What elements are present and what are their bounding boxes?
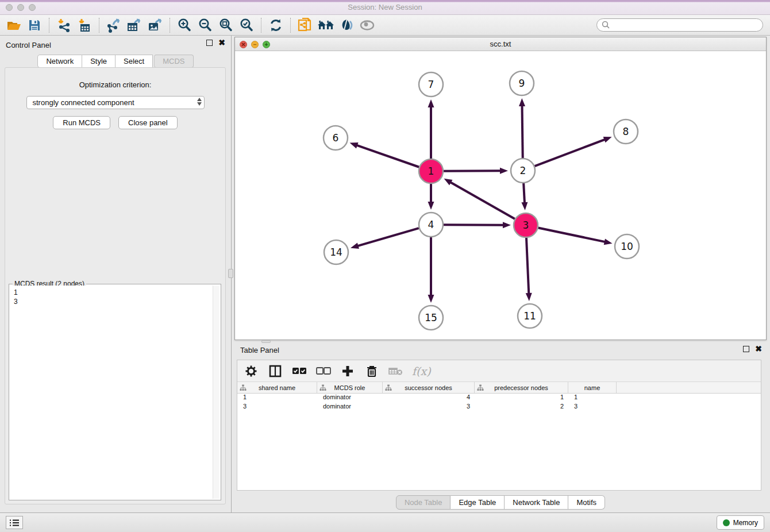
graph-node-15[interactable]: 15 [419,306,443,330]
mcds-panel: Optimization criterion: strongly connect… [5,67,226,504]
column-header-label: predecessor nodes [494,384,548,391]
edge-3-10[interactable] [538,228,606,242]
edge-2-8[interactable] [535,139,606,166]
edge-3-11[interactable] [526,238,529,295]
apply-style-button[interactable] [336,16,357,34]
graph-node-1[interactable]: 1 [419,159,443,183]
close-table-panel-icon[interactable]: ✖ [755,346,762,352]
save-session-button[interactable] [24,16,45,34]
zoom-fit-button[interactable] [215,16,236,34]
zoom-selected-button[interactable] [236,16,257,34]
edge-1-2[interactable] [444,171,502,171]
table-cell[interactable]: 3 [383,403,475,412]
table-cell[interactable]: 1 [475,394,568,403]
tab-mcds[interactable]: MCDS [154,55,193,68]
table-cell[interactable]: dominator [317,403,383,412]
list-icon [9,519,20,527]
deselect-all-columns-button[interactable] [315,363,332,379]
tab-edge-table[interactable]: Edge Table [451,495,505,510]
mcds-result-text[interactable]: 1 3 [10,286,220,499]
criterion-select[interactable]: strongly connected component [26,96,205,109]
graph-node-6[interactable]: 6 [324,126,348,150]
table-cell[interactable]: dominator [317,394,383,403]
edge-4-14[interactable] [357,228,419,246]
memory-button[interactable]: Memory [717,515,764,530]
delete-table-button[interactable] [388,363,404,379]
show-panel-list-button[interactable] [6,516,23,529]
edge-4-3[interactable] [444,225,505,225]
edge-arrow-icon [603,137,612,142]
export-table-button[interactable] [124,16,145,34]
delete-row-button[interactable] [364,363,380,379]
edge-2-3[interactable] [523,183,525,204]
add-row-button[interactable] [340,363,356,379]
table-cell[interactable]: 1 [237,394,317,403]
column-header-mcds-role[interactable]: MCDS role [317,382,383,393]
tab-network-table[interactable]: Network Table [505,495,568,510]
table-row[interactable]: 3dominator323 [237,403,761,412]
svg-text:8: 8 [623,126,629,137]
graph-node-3[interactable]: 3 [514,213,538,237]
zoom-in-button[interactable] [174,16,195,34]
refresh-view-button[interactable] [265,16,286,34]
tab-network[interactable]: Network [37,55,82,68]
apply-layout-button[interactable] [315,16,336,34]
table-cell[interactable]: 1 [568,394,617,403]
show-hide-details-button[interactable] [357,16,378,34]
tab-node-table[interactable]: Node Table [396,495,451,510]
tab-select[interactable]: Select [116,55,153,68]
network-window-titlebar[interactable]: ✕ – + scc.txt [235,37,766,51]
edge-2-9[interactable] [522,105,522,158]
network-from-file-button[interactable] [295,16,315,34]
table-cell[interactable]: 4 [383,394,475,403]
column-type-icon [240,384,247,391]
run-mcds-button[interactable]: Run MCDS [53,116,110,129]
column-header-name[interactable]: name [568,382,617,393]
home-houses-icon [317,18,335,32]
tab-style[interactable]: Style [82,55,116,68]
import-network-button[interactable] [53,16,74,34]
open-folder-icon [6,18,21,32]
float-table-panel-icon[interactable] [743,346,749,352]
network-file-icon [297,17,313,33]
graph-node-11[interactable]: 11 [518,304,542,328]
zoom-out-button[interactable] [195,16,215,34]
table-settings-button[interactable] [243,363,259,379]
float-panel-icon[interactable] [206,40,213,46]
svg-text:2: 2 [520,165,526,176]
table-cell[interactable]: 2 [475,403,568,412]
window-titlebar: Session: New Session [0,0,770,15]
table-cell[interactable]: 3 [568,403,617,412]
column-header-shared-name[interactable]: shared name [237,382,317,393]
column-header-predecessor-nodes[interactable]: predecessor nodes [475,382,568,393]
graph-node-10[interactable]: 10 [615,234,639,259]
vertical-splitter-grip[interactable] [228,269,233,278]
graph-node-8[interactable]: 8 [614,119,638,144]
table-cell[interactable]: 3 [237,403,317,412]
control-panel: Control Panel ✖ NetworkStyleSelectMCDS O… [0,36,232,512]
open-session-button[interactable] [3,16,24,34]
result-scrollbar[interactable] [213,286,220,499]
select-all-columns-button[interactable] [291,363,307,379]
close-panel-icon[interactable]: ✖ [218,40,225,46]
edge-arrow-icon [519,98,525,106]
function-builder-button[interactable]: f(x) [412,365,431,377]
column-header-successor-nodes[interactable]: successor nodes [383,382,475,393]
graph-node-2[interactable]: 2 [511,159,535,183]
export-network-button[interactable] [103,16,124,34]
graph-node-4[interactable]: 4 [419,213,443,237]
tab-motifs[interactable]: Motifs [568,495,605,510]
graph-node-7[interactable]: 7 [419,72,443,97]
edge-3-1[interactable] [449,182,515,219]
import-table-button[interactable] [74,16,95,34]
edge-1-6[interactable] [356,145,419,167]
export-image-button[interactable] [145,16,165,34]
graph-node-9[interactable]: 9 [510,71,534,95]
table-row[interactable]: 1dominator411 [237,394,761,403]
search-input[interactable] [596,18,763,32]
table-split-view-button[interactable] [267,363,283,379]
close-panel-button[interactable]: Close panel [118,116,178,129]
graph-node-14[interactable]: 14 [324,240,348,264]
table-tabs: Node TableEdge TableNetwork TableMotifs [234,495,767,510]
network-canvas[interactable]: 7968124314101511 [235,51,766,340]
